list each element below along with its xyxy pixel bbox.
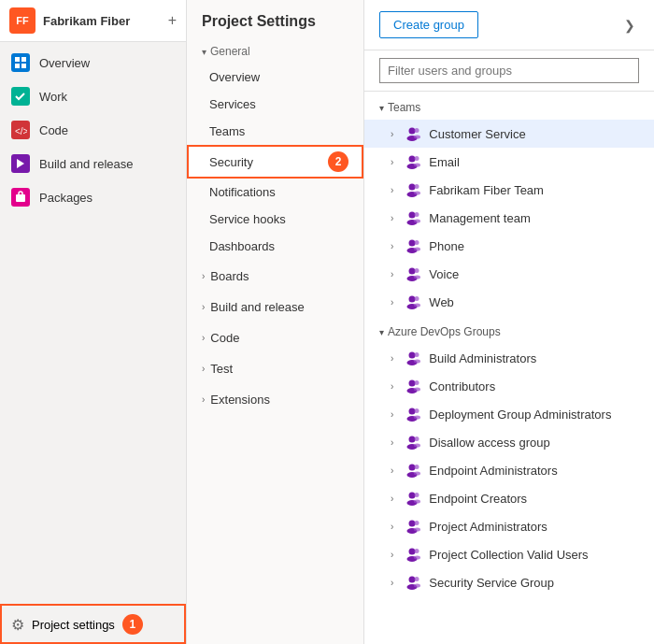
azure-chevron: › [391, 522, 393, 532]
team-item[interactable]: › Voice [364, 260, 654, 288]
code-icon: </> [11, 121, 30, 139]
teams-arrow: ▾ [379, 103, 384, 113]
azure-chevron: › [391, 353, 393, 364]
team-name: Voice [429, 267, 459, 281]
team-item[interactable]: › Phone [364, 232, 654, 260]
create-group-button[interactable]: Create group [379, 11, 478, 38]
teams-list: › Customer Service› Email› Fabrikam Fibe… [364, 120, 654, 316]
svg-point-63 [409, 549, 416, 555]
sidebar-item-build[interactable]: Build and release [0, 147, 186, 180]
azure-chevron: › [391, 578, 393, 588]
azure-group-item[interactable]: › Project Collection Valid Users [364, 540, 654, 568]
svg-point-55 [409, 493, 416, 499]
sidebar-item-code-label: Code [39, 123, 68, 137]
sidebar-item-work-label: Work [39, 90, 67, 104]
project-settings-button[interactable]: ⚙ Project settings 1 [0, 604, 186, 644]
svg-point-9 [415, 128, 419, 133]
general-label: General [210, 45, 250, 58]
team-avatar [403, 180, 421, 199]
svg-point-26 [414, 248, 420, 251]
team-item[interactable]: › Web [364, 288, 654, 316]
sidebar-item-code[interactable]: </> Code [0, 113, 186, 147]
azure-group-name: Project Administrators [429, 520, 547, 534]
sidebar-item-work[interactable]: Work [0, 79, 186, 113]
azure-group-item[interactable]: › Security Service Group [364, 568, 654, 596]
team-item[interactable]: › Management team [364, 204, 654, 232]
azure-group-item[interactable]: › Contributors [364, 372, 654, 400]
menu-item-services[interactable]: Services [187, 91, 363, 118]
svg-rect-1 [21, 57, 26, 62]
test-section: › Test [187, 354, 363, 383]
svg-point-30 [414, 276, 420, 279]
team-avatar [403, 208, 421, 227]
build-release-header[interactable]: › Build and release [187, 293, 363, 322]
svg-point-18 [414, 192, 420, 195]
general-section-header[interactable]: ▾ General [187, 39, 363, 64]
filter-input[interactable] [379, 58, 639, 83]
test-arrow: › [202, 364, 205, 374]
team-name: Management team [429, 211, 530, 225]
azure-avatar [403, 461, 421, 479]
team-avatar [403, 236, 421, 255]
teams-label: Teams [388, 101, 420, 114]
general-arrow: ▾ [202, 47, 206, 57]
add-project-button[interactable]: + [168, 12, 177, 29]
boards-header[interactable]: › Boards [187, 262, 363, 291]
menu-item-overview[interactable]: Overview [187, 64, 363, 91]
azure-group-item[interactable]: › Endpoint Administrators [364, 456, 654, 484]
sidebar-item-packages[interactable]: Packages [0, 180, 186, 214]
svg-point-22 [414, 220, 420, 223]
extensions-label: Extensions [210, 393, 270, 407]
teams-section-label[interactable]: ▾ Teams [364, 95, 654, 120]
extensions-header[interactable]: › Extensions [187, 385, 363, 414]
sidebar: FF Fabrikam Fiber + Overview Work </> Co… [0, 0, 187, 644]
test-header[interactable]: › Test [187, 354, 363, 383]
svg-point-58 [414, 500, 420, 504]
azure-group-item[interactable]: › Build Administrators [364, 344, 654, 372]
svg-point-69 [415, 577, 419, 581]
team-avatar [403, 293, 421, 311]
filter-input-wrap [364, 50, 654, 92]
svg-point-42 [414, 388, 420, 392]
svg-point-65 [415, 549, 419, 553]
collapse-button[interactable]: ❯ [620, 14, 639, 36]
azure-group-item[interactable]: › Deployment Group Administrators [364, 400, 654, 428]
team-chevron: › [391, 297, 393, 308]
azure-group-name: Contributors [429, 379, 495, 394]
svg-point-61 [415, 521, 419, 525]
azure-avatar [403, 349, 421, 367]
code-header[interactable]: › Code [187, 323, 363, 352]
team-name: Phone [429, 239, 464, 253]
extensions-arrow: › [202, 394, 205, 405]
sidebar-item-overview[interactable]: Overview [0, 46, 186, 79]
menu-item-notifications[interactable]: Notifications [187, 179, 363, 206]
menu-item-teams[interactable]: Teams [187, 118, 363, 145]
menu-item-service-hooks[interactable]: Service hooks [187, 206, 363, 233]
build-icon [11, 154, 30, 173]
azure-group-name: Build Administrators [429, 351, 536, 365]
svg-point-37 [415, 352, 419, 357]
azure-section-label[interactable]: ▾ Azure DevOps Groups [364, 320, 654, 344]
project-logo: FF [9, 7, 36, 34]
svg-point-10 [414, 136, 420, 139]
azure-group-item[interactable]: › Disallow access group [364, 428, 654, 456]
azure-group-item[interactable]: › Endpoint Creators [364, 484, 654, 512]
team-item[interactable]: › Customer Service [364, 120, 654, 148]
right-header: Create group ❯ [364, 0, 654, 50]
svg-point-41 [415, 380, 419, 385]
team-name: Email [429, 155, 460, 169]
svg-point-7 [409, 128, 416, 135]
svg-text:</>: </> [15, 126, 27, 136]
svg-point-57 [415, 493, 419, 497]
team-chevron: › [391, 157, 393, 167]
team-item[interactable]: › Fabrikam Fiber Team [364, 176, 654, 204]
team-chevron: › [391, 185, 393, 195]
azure-group-item[interactable]: › Project Administrators [364, 512, 654, 540]
team-item[interactable]: › Email [364, 148, 654, 176]
menu-item-dashboards[interactable]: Dashboards [187, 233, 363, 260]
boards-label: Boards [210, 269, 249, 283]
azure-chevron: › [391, 437, 393, 448]
code-arrow: › [202, 333, 205, 343]
menu-item-security[interactable]: Security 2 [187, 145, 363, 179]
svg-point-14 [414, 164, 420, 167]
